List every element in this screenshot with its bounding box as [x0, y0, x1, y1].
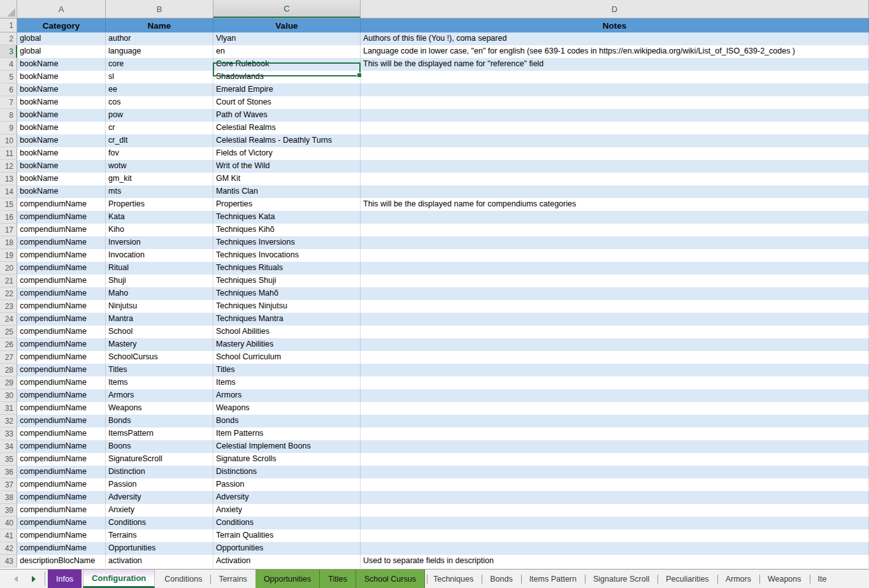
- cell-name[interactable]: Kata: [106, 211, 213, 224]
- cell-value[interactable]: Path of Waves: [213, 109, 361, 122]
- sheet-tab-configuration[interactable]: Configuration: [83, 570, 155, 588]
- cell-value[interactable]: Core Rulebook: [213, 58, 361, 71]
- cell-notes[interactable]: [361, 402, 869, 415]
- cell-value[interactable]: Techniques Mantra: [213, 313, 361, 326]
- cell-notes[interactable]: [361, 364, 869, 376]
- cell-category[interactable]: compendiumName: [17, 504, 106, 517]
- cell-category[interactable]: descriptionBlocName: [17, 555, 106, 568]
- cell-name[interactable]: Invocation: [106, 249, 213, 262]
- cell-category[interactable]: bookName: [17, 134, 106, 147]
- cell-value[interactable]: Writ of the Wild: [213, 160, 361, 173]
- cell-category[interactable]: compendiumName: [17, 415, 106, 427]
- cell-category[interactable]: compendiumName: [17, 275, 106, 287]
- cell-name[interactable]: Adversity: [106, 491, 213, 504]
- cell-category[interactable]: global: [17, 45, 106, 58]
- row-header[interactable]: 26: [0, 338, 17, 351]
- cell-category[interactable]: compendiumName: [17, 300, 106, 313]
- cell-notes[interactable]: [361, 453, 869, 466]
- cell-name[interactable]: Kiho: [106, 224, 213, 236]
- cell-notes[interactable]: [361, 478, 869, 491]
- cell-notes[interactable]: [361, 338, 869, 351]
- sheet-tab-armors[interactable]: Armors: [717, 570, 759, 588]
- cell-value[interactable]: Techniques Rituals: [213, 262, 361, 275]
- cell-name[interactable]: Items: [106, 376, 213, 389]
- cell-value[interactable]: Vlyan: [213, 32, 361, 45]
- sheet-tab-techniques[interactable]: Techniques: [425, 570, 482, 588]
- tabs-scroll-left-icon[interactable]: [14, 576, 18, 582]
- sheet-tab-infos[interactable]: Infos: [48, 570, 82, 588]
- row-header[interactable]: 27: [0, 351, 17, 364]
- cell-notes[interactable]: Authors of this file (You !), coma separ…: [361, 32, 869, 45]
- cell-notes[interactable]: [361, 185, 869, 198]
- row-header[interactable]: 29: [0, 376, 17, 389]
- cell-name[interactable]: language: [106, 45, 213, 58]
- cell-value[interactable]: Techniques Kihõ: [213, 224, 361, 236]
- cell-name[interactable]: Inversion: [106, 236, 213, 249]
- cell-notes[interactable]: [361, 440, 869, 453]
- table-header-notes[interactable]: Notes: [361, 18, 869, 32]
- cell-category[interactable]: bookName: [17, 83, 106, 96]
- cell-category[interactable]: bookName: [17, 122, 106, 134]
- cell-name[interactable]: sl: [106, 71, 213, 83]
- cell-notes[interactable]: [361, 224, 869, 236]
- cell-name[interactable]: ee: [106, 83, 213, 96]
- cell-name[interactable]: Mastery: [106, 338, 213, 351]
- cell-category[interactable]: compendiumName: [17, 249, 106, 262]
- cell-value[interactable]: GM Kit: [213, 173, 361, 185]
- row-header[interactable]: 9: [0, 122, 17, 134]
- column-header-B[interactable]: B: [106, 0, 213, 18]
- row-header[interactable]: 11: [0, 147, 17, 160]
- cell-notes[interactable]: [361, 249, 869, 262]
- row-header[interactable]: 34: [0, 440, 17, 453]
- cell-name[interactable]: cr: [106, 122, 213, 134]
- cell-value[interactable]: Techniques Invocations: [213, 249, 361, 262]
- cell-notes[interactable]: [361, 71, 869, 83]
- cell-category[interactable]: compendiumName: [17, 529, 106, 542]
- cell-notes[interactable]: [361, 517, 869, 529]
- cell-category[interactable]: bookName: [17, 71, 106, 83]
- cell-name[interactable]: Distinction: [106, 466, 213, 478]
- row-header[interactable]: 13: [0, 173, 17, 185]
- cell-category[interactable]: compendiumName: [17, 338, 106, 351]
- cell-category[interactable]: bookName: [17, 58, 106, 71]
- sheet-tab-peculiarities[interactable]: Peculiarities: [657, 570, 717, 588]
- sheet-tab-terrains[interactable]: Terrains: [210, 570, 255, 588]
- cell-value[interactable]: Techniques Shuji: [213, 275, 361, 287]
- cell-name[interactable]: cos: [106, 96, 213, 109]
- cell-notes[interactable]: [361, 376, 869, 389]
- tabs-scroll-right-icon[interactable]: [32, 576, 36, 582]
- cell-category[interactable]: bookName: [17, 185, 106, 198]
- cell-notes[interactable]: This will be the displayed name for comp…: [361, 198, 869, 211]
- select-all-button[interactable]: [0, 0, 17, 18]
- cell-value[interactable]: Fields of Victory: [213, 147, 361, 160]
- cell-value[interactable]: Shadowlands: [213, 71, 361, 83]
- cell-notes[interactable]: [361, 96, 869, 109]
- cell-category[interactable]: compendiumName: [17, 376, 106, 389]
- cell-name[interactable]: SchoolCursus: [106, 351, 213, 364]
- cell-value[interactable]: Celestial Realms - Deathly Turns: [213, 134, 361, 147]
- cell-value[interactable]: Conditions: [213, 517, 361, 529]
- cell-value[interactable]: Properties: [213, 198, 361, 211]
- cell-category[interactable]: global: [17, 32, 106, 45]
- cell-notes[interactable]: [361, 147, 869, 160]
- column-header-C[interactable]: C: [213, 0, 361, 18]
- row-header[interactable]: 7: [0, 96, 17, 109]
- cell-value[interactable]: Opportunities: [213, 542, 361, 555]
- cell-name[interactable]: activation: [106, 555, 213, 568]
- cell-name[interactable]: Terrains: [106, 529, 213, 542]
- row-header[interactable]: 25: [0, 326, 17, 338]
- cell-value[interactable]: Court of Stones: [213, 96, 361, 109]
- cell-category[interactable]: compendiumName: [17, 389, 106, 402]
- cell-value[interactable]: Weapons: [213, 402, 361, 415]
- cell-category[interactable]: bookName: [17, 109, 106, 122]
- cell-category[interactable]: compendiumName: [17, 466, 106, 478]
- cell-notes[interactable]: [361, 504, 869, 517]
- table-header-name[interactable]: Name: [106, 18, 213, 32]
- row-header[interactable]: 16: [0, 211, 17, 224]
- cell-notes[interactable]: [361, 287, 869, 300]
- row-header[interactable]: 19: [0, 249, 17, 262]
- cell-notes[interactable]: [361, 236, 869, 249]
- cell-category[interactable]: compendiumName: [17, 517, 106, 529]
- cell-name[interactable]: Weapons: [106, 402, 213, 415]
- cell-category[interactable]: compendiumName: [17, 236, 106, 249]
